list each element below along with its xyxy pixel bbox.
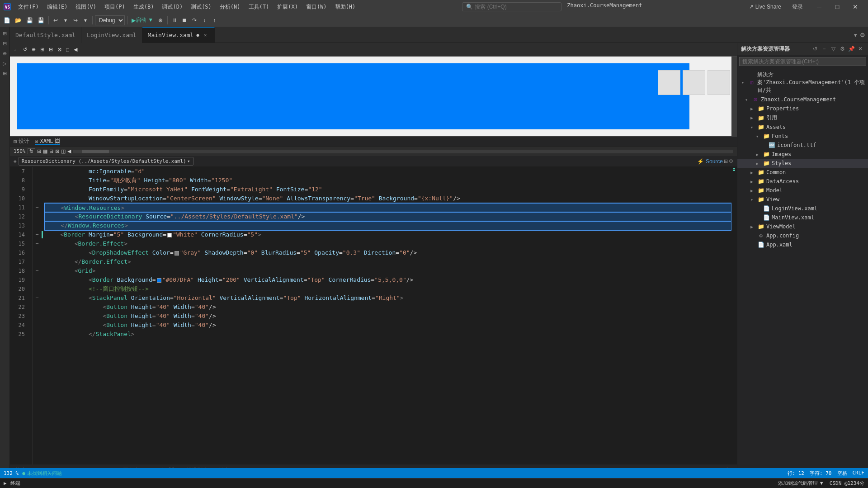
tab-xaml[interactable]: ⊡ XAML 🖼 (35, 138, 60, 145)
code-line-15[interactable]: <Border.Effect> (44, 239, 731, 248)
zoom-fx-btn[interactable]: fx (28, 148, 36, 154)
tree-view[interactable]: ▾ 📁 View (737, 195, 868, 204)
fold-icon-15[interactable]: ─ (34, 241, 40, 246)
activity-debug-icon[interactable]: ▷ (0, 59, 9, 68)
zoom-grid-btn[interactable]: ⊞ (37, 148, 41, 154)
step-out-btn[interactable]: ↑ (210, 15, 219, 26)
save-all-btn[interactable]: 💾 (36, 15, 46, 26)
fold-icon-18[interactable]: ─ (34, 268, 40, 274)
tab-settings-btn[interactable]: ⚙ (859, 31, 866, 39)
code-line-20[interactable]: <!--窗口控制按钮--> (44, 284, 731, 294)
tree-appxaml[interactable]: ▶ 📄 App.xaml (737, 240, 868, 249)
tab-mainview-close[interactable]: ✕ (202, 32, 209, 39)
open-btn[interactable]: 📂 (13, 15, 24, 26)
tree-appconfig[interactable]: ▶ ⚙ App.config (737, 231, 868, 240)
preview-arrow-btn[interactable]: ◀ (72, 46, 79, 53)
activity-solution-icon[interactable]: ⊞ (0, 29, 9, 38)
user-login[interactable]: 登录 (788, 2, 807, 12)
tree-mainview[interactable]: ▶ 📄 MainView.xaml (737, 213, 868, 222)
fold-18[interactable]: ─ (33, 266, 42, 275)
restore-button[interactable]: □ (828, 0, 846, 14)
code-line-18[interactable]: <Grid> (44, 266, 731, 275)
se-collapse-btn[interactable]: − (820, 45, 828, 53)
tab-design[interactable]: ⊞ 设计 (14, 137, 29, 145)
code-line-23[interactable]: <Button Height="40" Width="40"/> (44, 312, 731, 321)
preview-zoom-btn[interactable]: ⊕ (30, 46, 38, 53)
menu-tools[interactable]: 工具(T) (245, 2, 273, 12)
preview-ruler-btn[interactable]: ⊠ (56, 46, 63, 53)
step-over-btn[interactable]: ↷ (190, 15, 199, 26)
tree-properties[interactable]: ▶ 📁 Properties (737, 104, 868, 113)
tree-assets[interactable]: ▾ 📁 Assets (737, 123, 868, 132)
tab-loginview[interactable]: LoginView.xaml (81, 27, 142, 43)
tab-defaultstyle[interactable]: DefaultStyle.xaml (10, 27, 81, 43)
code-line-21[interactable]: <StackPanel Orientation="Horizontal" Ver… (44, 294, 731, 303)
source-button[interactable]: ⚡ Source (697, 158, 723, 165)
minimize-button[interactable]: ─ (810, 0, 828, 14)
fold-21[interactable]: ─ (33, 294, 42, 303)
attach-btn[interactable]: ⊕ (156, 15, 165, 26)
tree-project[interactable]: ▾ ⊡ Zhaoxi.CourseManagement (737, 95, 868, 104)
fold-icon-21[interactable]: ─ (34, 295, 40, 301)
search-box[interactable]: 🔍 (462, 2, 561, 11)
preview-nav-btn[interactable]: ← (12, 46, 20, 53)
undo-btn[interactable]: ↩ (51, 15, 60, 26)
fold-icon-11[interactable]: ─ (34, 205, 40, 210)
menu-window[interactable]: 窗口(W) (302, 2, 330, 12)
code-lines[interactable]: mc:Ignorable="d" Title="朝夕教育" Height="80… (44, 167, 731, 464)
se-settings-btn[interactable]: ⚙ (838, 45, 846, 53)
fold-11[interactable]: ─ (33, 203, 42, 212)
preview-refresh-btn[interactable]: ↺ (21, 46, 29, 53)
preview-artboard-btn[interactable]: □ (64, 46, 71, 53)
menu-project[interactable]: 项目(P) (101, 2, 129, 12)
tab-mainview[interactable]: MainView.xaml ● ✕ (142, 27, 215, 43)
code-line-19[interactable]: <Border Background="#007DFA" Height="200… (44, 275, 731, 284)
pause-btn[interactable]: ⏸ (170, 15, 179, 26)
code-line-13[interactable]: </Window.Resources> (44, 221, 731, 230)
code-line-22[interactable]: <Button Height="40" Width="40"/> (44, 303, 731, 312)
zoom-back-btn[interactable]: ◀ (67, 148, 71, 154)
zoom-fill-btn[interactable]: ◫ (61, 148, 66, 154)
se-close-sidebar-btn[interactable]: ✕ (856, 45, 864, 53)
activity-git-icon[interactable]: ⊟ (0, 39, 9, 48)
start-btn[interactable]: ▶ 启动 ▼ (130, 15, 155, 26)
location-settings-btn[interactable]: ⚙ (729, 158, 733, 165)
tree-references[interactable]: ▶ 📁 引用 (737, 113, 868, 123)
undo-arrow-btn[interactable]: ▾ (61, 15, 70, 26)
fold-icon-14[interactable]: ─ (34, 232, 40, 237)
se-refresh-btn[interactable]: ↺ (811, 45, 819, 53)
live-share-button[interactable]: ↗ Live Share (745, 3, 785, 11)
close-button[interactable]: ✕ (846, 0, 864, 14)
preview-hscroll[interactable] (73, 150, 733, 153)
redo-arrow-btn[interactable]: ▾ (81, 15, 90, 26)
new-project-btn[interactable]: 📄 (2, 15, 12, 26)
step-into-btn[interactable]: ↓ (200, 15, 209, 26)
code-line-10[interactable]: WindowStartupLocation="CenterScreen" Win… (44, 194, 731, 203)
code-line-7[interactable]: mc:Ignorable="d" (44, 167, 731, 176)
code-line-17[interactable]: </Border.Effect> (44, 257, 731, 266)
tree-model[interactable]: ▶ 📁 Model (737, 186, 868, 195)
tree-solution[interactable]: ▾ ⊞ 解决方案'Zhaoxi.CourseManagement'(1 个项目/… (737, 70, 868, 95)
code-line-16[interactable]: <DropShadowEffect Color="Gray" ShadowDep… (44, 248, 731, 257)
zoom-snap-btn[interactable]: ⊟ (49, 148, 53, 154)
fold-14[interactable]: ─ (33, 230, 42, 239)
menu-test[interactable]: 测试(S) (187, 2, 215, 12)
code-line-24[interactable]: <Button Height="40" Width="40"/> (44, 321, 731, 330)
tree-viewmodel[interactable]: ▶ 📁 ViewModel (737, 222, 868, 231)
menu-file[interactable]: 文件(F) (14, 2, 42, 12)
menu-extensions[interactable]: 扩展(X) (274, 2, 302, 12)
preview-vscroll[interactable] (731, 57, 737, 136)
code-line-8[interactable]: Title="朝夕教育" Height="800" Width="1250" (44, 176, 731, 185)
menu-view[interactable]: 视图(V) (72, 2, 100, 12)
menu-analyze[interactable]: 分析(N) (216, 2, 244, 12)
code-line-11[interactable]: <Window.Resources> (44, 203, 731, 212)
tree-fonts[interactable]: ▾ 📁 Fonts (737, 132, 868, 141)
activity-search-icon[interactable]: ⊕ (0, 49, 9, 58)
activity-extensions-icon[interactable]: ⊞ (0, 69, 9, 78)
code-line-12[interactable]: <ResourceDictionary Source="../Assets/St… (44, 212, 731, 221)
stop-btn[interactable]: ⏹ (180, 15, 189, 26)
zoom-fit-btn[interactable]: ⊠ (55, 148, 59, 154)
tree-images[interactable]: ▶ 📁 Images (737, 150, 868, 159)
solution-search-input[interactable] (739, 57, 866, 66)
fold-15[interactable]: ─ (33, 239, 42, 248)
